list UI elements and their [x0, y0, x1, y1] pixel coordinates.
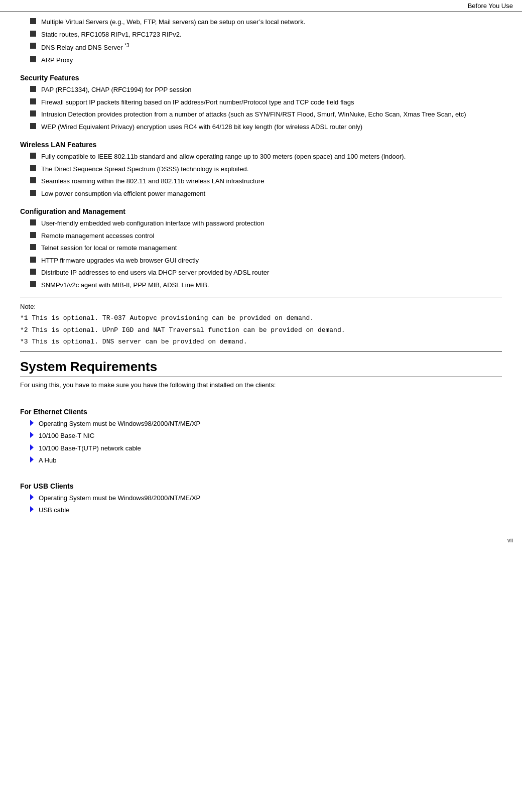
list-item-text: Static routes, RFC1058 RIPv1, RFC1723 RI… [41, 30, 182, 40]
list-item: USB cable [30, 505, 502, 515]
diamond-bullet-icon [30, 456, 34, 462]
list-item: HTTP firmware upgrades via web browser G… [30, 256, 502, 266]
list-item-text: Operating System must be Windows98/2000/… [39, 493, 200, 503]
list-item: Multiple Virtual Servers (e.g., Web, FTP… [30, 17, 502, 27]
security-features-title: Security Features [20, 74, 502, 82]
list-item-text: PAP (RFC1334), CHAP (RFC1994) for PPP se… [41, 85, 192, 95]
bullet-icon [30, 190, 36, 196]
list-item-text: WEP (Wired Equivalent Privacy) encryptio… [41, 122, 362, 132]
bullet-icon [30, 153, 36, 159]
list-item: ARP Proxy [30, 55, 502, 65]
list-item: User-friendly embedded web configuration… [30, 218, 502, 228]
list-item: DNS Relay and DNS Server *3 [30, 42, 502, 53]
list-item: SNMPv1/v2c agent with MIB-II, PPP MIB, A… [30, 280, 502, 290]
ethernet-clients-title: For Ethernet Clients [20, 408, 502, 416]
list-item: PAP (RFC1334), CHAP (RFC1994) for PPP se… [30, 85, 502, 95]
list-item-text: A Hub [39, 455, 56, 466]
list-item: A Hub [30, 455, 502, 466]
list-item-text: 10/100 Base-T(UTP) network cable [39, 443, 141, 453]
list-item-text: Multiple Virtual Servers (e.g., Web, FTP… [41, 17, 305, 27]
list-item-text: Intrusion Detection provides protection … [41, 109, 466, 120]
list-item: Fully compatible to IEEE 802.11b standar… [30, 152, 502, 162]
list-item: Distribute IP addresses to end users via… [30, 268, 502, 278]
header-title: Before You Use [468, 2, 513, 10]
list-item: Operating System must be Windows98/2000/… [30, 493, 502, 503]
bullet-icon [30, 31, 36, 37]
list-item: Seamless roaming within the 802.11 and 8… [30, 176, 502, 186]
list-item-text: Seamless roaming within the 802.11 and 8… [41, 176, 264, 186]
list-item: 10/100 Base-T NIC [30, 431, 502, 441]
wireless-lan-title: Wireless LAN Features [20, 141, 502, 149]
note-label: Note: [20, 301, 502, 312]
list-item-text: 10/100 Base-T NIC [39, 431, 94, 441]
note-line-2: *2 This is optional. UPnP IGD and NAT Tr… [20, 324, 502, 336]
list-item-text: Low power consumption via efficient powe… [41, 189, 205, 199]
page-number: vii [507, 537, 513, 544]
list-item: WEP (Wired Equivalent Privacy) encryptio… [30, 122, 502, 132]
bullet-icon [30, 244, 36, 250]
bullet-icon [30, 219, 36, 225]
list-item: Low power consumption via efficient powe… [30, 189, 502, 199]
bullet-icon [30, 86, 36, 92]
list-item-text: User-friendly embedded web configuration… [41, 218, 264, 228]
list-item-text: Remote management accesses control [41, 231, 154, 241]
router-features-list: Multiple Virtual Servers (e.g., Web, FTP… [30, 17, 502, 65]
usb-clients-title: For USB Clients [20, 482, 502, 490]
list-item-text: Operating System must be Windows98/2000/… [39, 419, 200, 429]
list-item: Firewall support IP packets filtering ba… [30, 97, 502, 107]
diamond-bullet-icon [30, 444, 34, 450]
diamond-bullet-icon [30, 432, 34, 438]
config-management-list: User-friendly embedded web configuration… [30, 218, 502, 290]
bullet-icon [30, 110, 36, 117]
list-item-text: Distribute IP addresses to end users via… [41, 268, 269, 278]
list-item-text: Fully compatible to IEEE 802.11b standar… [41, 152, 406, 162]
list-item: The Direct Sequence Spread Spectrum (DSS… [30, 164, 502, 174]
diamond-bullet-icon [30, 494, 34, 500]
bullet-icon [30, 269, 36, 275]
list-item: Remote management accesses control [30, 231, 502, 241]
list-item-text: HTTP firmware upgrades via web browser G… [41, 256, 199, 266]
bullet-icon [30, 165, 36, 171]
bullet-icon [30, 123, 36, 129]
diamond-bullet-icon [30, 506, 34, 512]
list-item-text: Telnet session for local or remote manag… [41, 243, 177, 253]
bullet-icon [30, 232, 36, 238]
note-line-1: *1 This is optional. TR-037 Autopvc prov… [20, 312, 502, 324]
system-requirements-intro: For using this, you have to make sure yo… [20, 381, 502, 389]
bullet-icon [30, 281, 36, 287]
bullet-icon [30, 18, 36, 24]
page-content: Multiple Virtual Servers (e.g., Web, FTP… [0, 12, 522, 533]
diamond-bullet-icon [30, 420, 34, 426]
note-box: Note: *1 This is optional. TR-037 Autopv… [20, 297, 502, 352]
page-header: Before You Use [0, 0, 522, 12]
list-item: Static routes, RFC1058 RIPv1, RFC1723 RI… [30, 30, 502, 40]
bullet-icon [30, 56, 36, 62]
list-item-text: The Direct Sequence Spread Spectrum (DSS… [41, 164, 248, 174]
list-item-text: ARP Proxy [41, 55, 73, 65]
list-item-text: Firewall support IP packets filtering ba… [41, 97, 354, 107]
list-item: 10/100 Base-T(UTP) network cable [30, 443, 502, 453]
note-line-3: *3 This is optional. DNS server can be p… [20, 336, 502, 347]
config-management-title: Configuration and Management [20, 207, 502, 215]
usb-clients-list: Operating System must be Windows98/2000/… [30, 493, 502, 515]
bullet-icon [30, 257, 36, 263]
wireless-lan-list: Fully compatible to IEEE 802.11b standar… [30, 152, 502, 198]
list-item: Telnet session for local or remote manag… [30, 243, 502, 253]
bullet-icon [30, 177, 36, 183]
ethernet-clients-list: Operating System must be Windows98/2000/… [30, 419, 502, 466]
page-footer: vii [0, 533, 522, 546]
list-item-text: USB cable [39, 505, 69, 515]
list-item: Intrusion Detection provides protection … [30, 109, 502, 120]
security-features-list: PAP (RFC1334), CHAP (RFC1994) for PPP se… [30, 85, 502, 132]
bullet-icon [30, 43, 36, 49]
list-item: Operating System must be Windows98/2000/… [30, 419, 502, 429]
system-requirements-title: System Requirements [20, 359, 502, 377]
list-item-text: SNMPv1/v2c agent with MIB-II, PPP MIB, A… [41, 280, 209, 290]
bullet-icon [30, 98, 36, 104]
list-item-text: DNS Relay and DNS Server *3 [41, 42, 129, 53]
superscript: *3 [124, 43, 129, 48]
